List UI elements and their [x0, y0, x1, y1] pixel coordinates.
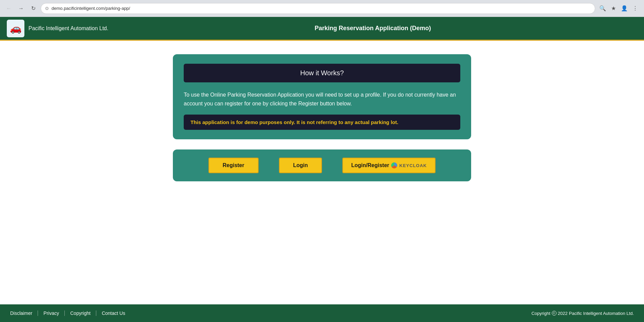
footer-links: Disclaimer Privacy Copyright Contact Us — [10, 310, 130, 316]
back-button[interactable]: ← — [4, 4, 14, 13]
site-security-icon: ⊙ — [45, 6, 49, 11]
info-card-title: How it Works? — [184, 64, 460, 82]
app-footer: Disclaimer Privacy Copyright Contact Us … — [0, 304, 644, 322]
search-button[interactable]: 🔍 — [598, 4, 607, 13]
bookmark-button[interactable]: ★ — [609, 4, 618, 13]
header-logo-area: 🚗 Pacific Intelligent Automation Ltd. — [7, 20, 108, 37]
footer-link-disclaimer[interactable]: Disclaimer — [10, 310, 38, 316]
info-card: How it Works? To use the Online Parking … — [173, 54, 471, 139]
footer-copyright: Copyright © 2022 Pacific Intelligent Aut… — [531, 311, 634, 316]
menu-button[interactable]: ⋮ — [630, 4, 640, 13]
login-button[interactable]: Login — [279, 158, 322, 173]
copyright-label: Copyright — [531, 311, 550, 316]
browser-chrome: ← → ↻ ⊙ demo.pacificintelligent.com/park… — [0, 0, 644, 17]
copyright-symbol: © — [552, 311, 557, 316]
forward-button[interactable]: → — [16, 4, 26, 13]
main-content: How it Works? To use the Online Parking … — [0, 41, 644, 304]
url-text: demo.pacificintelligent.com/parking-app/ — [52, 6, 591, 11]
keycloak-text: KEYCLOAK — [399, 163, 427, 168]
keycloak-icon — [391, 162, 397, 168]
logo-icon: 🚗 — [10, 23, 22, 34]
app-wrapper: 🚗 Pacific Intelligent Automation Ltd. Pa… — [0, 17, 644, 322]
login-register-keycloak-button[interactable]: Login/Register KEYCLOAK — [342, 158, 436, 173]
address-bar[interactable]: ⊙ demo.pacificintelligent.com/parking-ap… — [41, 3, 595, 14]
app-header: 🚗 Pacific Intelligent Automation Ltd. Pa… — [0, 17, 644, 41]
app-logo: 🚗 — [7, 20, 24, 37]
footer-link-contact-us[interactable]: Contact Us — [96, 310, 130, 316]
info-card-body: To use the Online Parking Reservation Ap… — [184, 90, 460, 108]
action-card: Register Login Login/Register KEYCLOAK — [173, 149, 471, 181]
login-register-keycloak-label: Login/Register — [351, 162, 389, 168]
copyright-company: Pacific Intelligent Automation Ltd. — [569, 311, 634, 316]
browser-actions: 🔍 ★ 👤 ⋮ — [598, 4, 640, 13]
footer-link-copyright[interactable]: Copyright — [65, 310, 96, 316]
refresh-button[interactable]: ↻ — [28, 4, 38, 13]
app-title: Parking Reservation Application (Demo) — [108, 25, 637, 32]
keycloak-circle-icon — [391, 162, 397, 168]
info-card-notice: This application is for demo purposes on… — [184, 115, 460, 130]
copyright-year: 2022 — [558, 311, 568, 316]
company-name: Pacific Intelligent Automation Ltd. — [28, 25, 108, 32]
profile-button[interactable]: 👤 — [620, 4, 629, 13]
register-button[interactable]: Register — [208, 158, 259, 173]
footer-link-privacy[interactable]: Privacy — [38, 310, 65, 316]
